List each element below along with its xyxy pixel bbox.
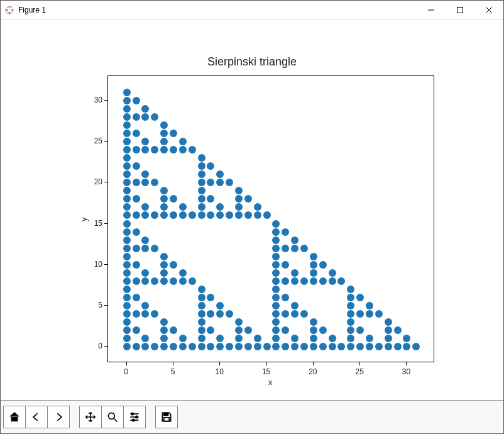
- data-point: [375, 310, 383, 318]
- data-point: [160, 335, 168, 342]
- data-point: [291, 335, 299, 342]
- zoom-button[interactable]: [101, 406, 124, 428]
- forward-button[interactable]: [47, 406, 70, 428]
- data-point: [123, 310, 131, 318]
- data-point: [160, 269, 168, 277]
- data-point: [272, 286, 280, 293]
- data-point: [216, 310, 224, 318]
- data-point: [272, 318, 280, 326]
- data-point: [216, 170, 224, 178]
- data-point: [216, 343, 224, 350]
- data-point: [254, 203, 261, 211]
- data-point: [179, 211, 187, 219]
- data-point: [366, 335, 373, 342]
- data-point: [272, 236, 280, 244]
- data-point: [123, 211, 131, 219]
- data-point: [366, 302, 373, 309]
- data-point: [216, 203, 224, 211]
- data-point: [133, 146, 140, 153]
- data-point: [189, 277, 196, 285]
- data-point: [329, 335, 336, 342]
- data-point: [272, 326, 280, 334]
- data-point: [170, 343, 177, 350]
- data-point: [141, 203, 149, 211]
- data-point: [394, 326, 402, 334]
- data-point: [263, 211, 271, 219]
- data-point: [123, 302, 131, 309]
- data-point: [179, 146, 187, 153]
- data-point: [123, 286, 131, 293]
- data-point: [244, 195, 252, 203]
- data-point: [198, 203, 205, 211]
- data-point: [198, 154, 205, 162]
- data-point: [207, 294, 214, 301]
- pan-button[interactable]: [79, 406, 102, 428]
- data-point: [133, 179, 140, 186]
- data-point: [319, 261, 327, 269]
- close-button[interactable]: [474, 1, 503, 19]
- data-point: [160, 211, 168, 219]
- data-point: [226, 211, 233, 219]
- data-point: [207, 211, 214, 219]
- data-point: [179, 269, 187, 277]
- data-point: [198, 195, 205, 203]
- data-point: [272, 228, 280, 236]
- data-point: [123, 294, 131, 301]
- data-point: [394, 343, 402, 350]
- data-point: [123, 187, 131, 194]
- data-point: [198, 343, 205, 350]
- configure-subplots-button[interactable]: [123, 406, 146, 428]
- data-point: [226, 343, 233, 350]
- back-button[interactable]: [25, 406, 48, 428]
- data-point: [123, 343, 131, 350]
- data-point: [272, 245, 280, 252]
- data-point: [179, 277, 187, 285]
- data-point: [282, 310, 289, 318]
- svg-rect-17: [164, 413, 168, 415]
- ytick-label: 30: [94, 96, 102, 104]
- data-point: [272, 302, 280, 309]
- data-point: [133, 97, 140, 104]
- data-point: [216, 302, 224, 309]
- data-point: [151, 146, 158, 153]
- data-point: [282, 261, 289, 269]
- matplotlib-toolbar: [1, 400, 503, 433]
- home-button[interactable]: [3, 406, 26, 428]
- svg-point-4: [6, 9, 8, 11]
- xtick-label: 10: [216, 367, 224, 376]
- data-point: [123, 203, 131, 211]
- data-point: [123, 105, 131, 113]
- data-point: [198, 294, 205, 301]
- data-point: [151, 310, 158, 318]
- data-point: [216, 179, 224, 186]
- data-point: [282, 277, 289, 285]
- minimize-button[interactable]: [417, 1, 446, 19]
- data-point: [170, 195, 177, 203]
- data-point: [133, 343, 140, 350]
- data-point: [123, 170, 131, 178]
- data-point: [133, 130, 140, 137]
- data-point: [254, 343, 261, 350]
- data-point: [329, 269, 336, 277]
- data-point: [160, 261, 168, 269]
- data-point: [170, 211, 177, 219]
- data-point: [300, 245, 308, 252]
- data-point: [160, 318, 168, 326]
- window-titlebar: Figure 1: [1, 1, 503, 20]
- data-point: [347, 294, 354, 301]
- data-point: [160, 146, 168, 153]
- data-point: [123, 245, 131, 252]
- data-point: [198, 335, 205, 342]
- save-button[interactable]: [155, 406, 178, 428]
- axes-box: [107, 75, 434, 362]
- maximize-button[interactable]: [446, 1, 474, 19]
- data-point: [133, 211, 140, 219]
- data-point: [291, 277, 299, 285]
- data-point: [141, 310, 149, 318]
- ytick-label: 25: [94, 136, 102, 145]
- data-point: [207, 326, 214, 334]
- data-point: [254, 211, 261, 219]
- data-point: [123, 253, 131, 260]
- data-point: [310, 318, 317, 326]
- data-point: [141, 170, 149, 178]
